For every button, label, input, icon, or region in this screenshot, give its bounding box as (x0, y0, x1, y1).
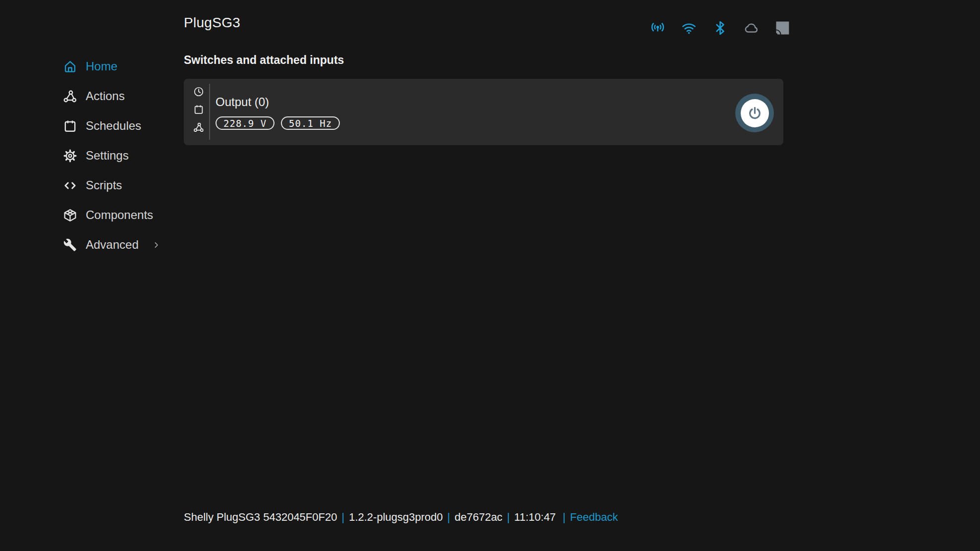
actions-icon (63, 89, 77, 104)
footer-separator: | (563, 511, 566, 524)
sidebar-item-label: Advanced (86, 238, 139, 252)
footer-separator: | (341, 511, 344, 524)
sidebar-item-label: Home (86, 59, 117, 73)
sidebar-item-label: Schedules (86, 119, 141, 133)
sidebar-item-home[interactable]: Home (63, 52, 177, 81)
voltage-badge: 228.9 V (216, 116, 274, 130)
switch-card[interactable]: Output (0) 228.9 V 50.1 Hz (184, 79, 783, 145)
sidebar-item-label: Actions (86, 89, 125, 103)
calendar-icon (63, 119, 77, 133)
chevron-right-icon (152, 241, 161, 249)
cloud-icon (744, 20, 759, 36)
power-button-face (741, 99, 769, 127)
footer-separator: | (507, 511, 510, 524)
feedback-link[interactable]: Feedback (570, 511, 618, 524)
badge-row: 228.9 V 50.1 Hz (216, 116, 340, 130)
sidebar-item-scripts[interactable]: Scripts (63, 170, 177, 200)
section-title: Switches and attached inputs (184, 54, 344, 67)
code-icon (63, 178, 77, 193)
wrench-icon (63, 238, 77, 252)
sidebar-item-components[interactable]: Components (63, 200, 177, 230)
card-divider (209, 84, 210, 140)
home-icon (63, 59, 77, 74)
card-feature-icons (193, 86, 204, 133)
switch-title: Output (0) (216, 95, 340, 109)
app-root: PlugSG3 Home Actions Schedules Settings … (0, 0, 980, 551)
footer-separator: | (447, 511, 450, 524)
sidebar-item-actions[interactable]: Actions (63, 81, 177, 111)
bluetooth-icon (712, 20, 728, 36)
power-toggle-button[interactable] (735, 94, 774, 132)
sidebar-item-label: Settings (86, 149, 129, 163)
access-point-icon (650, 20, 665, 36)
sidebar: Home Actions Schedules Settings Scripts … (63, 52, 177, 260)
footer-firmware-version: 1.2.2-plugsg3prod0 (349, 511, 443, 524)
power-icon (747, 106, 762, 121)
footer-build-hash: de7672ac (454, 511, 502, 524)
frequency-badge: 50.1 Hz (281, 116, 340, 130)
gear-icon (63, 149, 77, 163)
sidebar-item-settings[interactable]: Settings (63, 141, 177, 170)
sidebar-item-label: Components (86, 208, 153, 222)
status-icon-bar (650, 20, 790, 36)
wifi-icon (681, 20, 697, 36)
footer-device-name: Shelly PlugSG3 5432045F0F20 (184, 511, 337, 524)
actions-icon (193, 122, 204, 133)
sidebar-item-label: Scripts (86, 178, 122, 192)
page-title: PlugSG3 (184, 15, 240, 31)
timer-icon (193, 86, 204, 97)
card-body: Output (0) 228.9 V 50.1 Hz (216, 79, 340, 130)
schedule-icon (193, 104, 204, 115)
sidebar-item-advanced[interactable]: Advanced (63, 230, 177, 260)
footer: Shelly PlugSG3 5432045F0F20 | 1.2.2-plug… (184, 511, 618, 524)
footer-device-time: 11:10:47 (514, 511, 556, 524)
mqtt-icon (775, 20, 790, 36)
sidebar-item-schedules[interactable]: Schedules (63, 111, 177, 141)
cube-icon (63, 208, 77, 222)
